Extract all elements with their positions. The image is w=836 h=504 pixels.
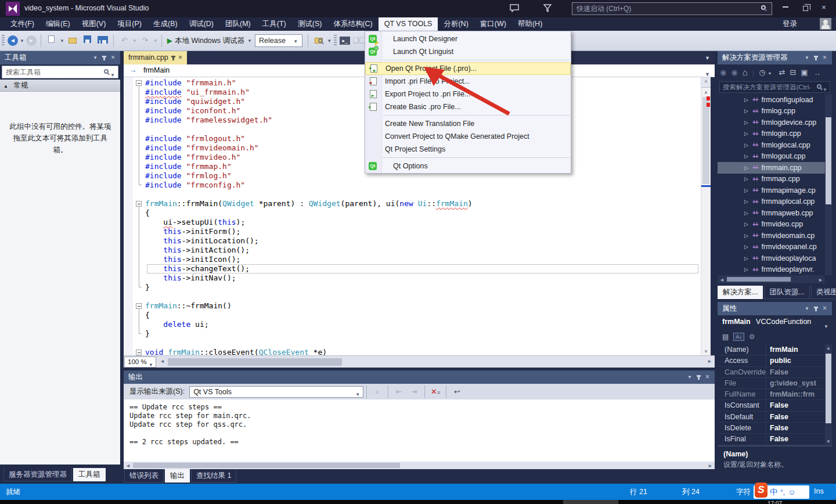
code-line[interactable]: delete ui; [124,320,701,329]
output-dropdown-icon[interactable]: ▼ [687,370,692,384]
sign-in-link[interactable]: 登录 [783,17,797,31]
code-line[interactable]: #include "frmconfig.h" [124,181,701,190]
solution-search-input[interactable]: 搜索解决方案资源管理器(Ctrl- ▼ [719,81,830,93]
toolbox-pin-icon[interactable] [103,56,105,60]
qt-menu-item[interactable]: Create Basic .pro File... [365,100,571,113]
dock-tab[interactable]: 查找结果 1 [191,469,236,483]
debugger-dropdown[interactable]: ▼ [247,38,252,44]
alphabetical-icon[interactable]: A↓ [733,333,744,341]
property-row[interactable]: IsDefaultFalse [718,412,825,423]
ime-emoji-icon[interactable]: ☺ [788,488,795,496]
dock-tab[interactable]: 服务器资源管理器 [3,468,72,481]
toolbox-group-header[interactable]: ▲ 常规 [0,80,120,92]
comment-icon[interactable]: ❑❑ [352,34,365,47]
menu-item[interactable]: 分析(N) [438,17,474,31]
code-line[interactable]: { [124,311,701,320]
code-line[interactable]: this->initNav(); [124,273,701,283]
qt-menu-item[interactable]: QtLaunch Qt Linguist [365,45,571,58]
properties-object-row[interactable]: frmMain VCCodeFunction ▼ [718,315,832,329]
file-item[interactable]: ▷++frmmaplocal.cpp [718,196,825,208]
categorized-icon[interactable]: ▤ [722,333,729,341]
expand-icon[interactable]: ▷ [744,221,748,227]
scroll-down-icon[interactable]: ▼ [701,349,711,354]
expand-icon[interactable]: ▷ [744,97,748,103]
close-button[interactable]: × [815,0,833,15]
hscroll-left-icon[interactable]: ◄ [160,358,165,364]
se-pin-icon[interactable] [815,56,817,60]
menu-item[interactable]: QT VS TOOLS [379,17,438,31]
property-row[interactable]: Fileg:\video_syst [718,378,825,389]
output-log[interactable]: == Update rcc steps ==Update rcc step fo… [124,399,715,462]
ime-toolbar[interactable]: S 中 °, ☺ [754,485,809,499]
se-vertical-scrollbar[interactable] [825,94,832,275]
code-line[interactable]: this->initAction(); [124,246,701,255]
debugger-label[interactable]: 本地 Windows 调试器 [175,36,244,46]
property-pages-icon[interactable]: ⚙ [749,333,755,341]
code-line[interactable]: this->initIcon(); [124,255,701,264]
sogou-logo-icon[interactable]: S [755,483,767,498]
tab-pin-icon[interactable] [172,56,174,60]
code-line[interactable]: frmMain::~frmMain() [124,301,701,311]
expand-icon[interactable]: ▷ [744,108,748,114]
prop-dropdown-icon[interactable]: ▼ [805,302,809,315]
prop-vertical-scrollbar[interactable]: ▲ ▼ [825,344,832,445]
minimize-button[interactable] [777,0,794,15]
start-debug-icon[interactable]: ▶ [167,37,172,45]
code-line[interactable] [124,190,701,199]
menu-item[interactable]: 编辑(E) [40,17,76,31]
hscroll-right-icon[interactable]: ► [818,277,823,283]
code-line[interactable]: this->initForm(); [124,227,701,236]
hscroll-right-icon[interactable]: ► [707,358,712,364]
redo-icon[interactable]: ↷ [139,34,152,47]
expand-icon[interactable]: ▷ [744,165,748,171]
overflow-icon[interactable]: ‥ [815,68,820,77]
code-line[interactable]: void frmMain::closeEvent(QCloseEvent *e) [124,348,701,355]
se-forward-icon[interactable]: ◉ [731,68,737,77]
menu-item[interactable]: 调试(D) [183,17,219,31]
home-icon[interactable]: ⌂ [743,67,748,77]
feedback-icon[interactable] [510,4,519,12]
scrollbar-thumb[interactable] [702,97,709,184]
find-in-files-icon[interactable] [312,34,325,47]
splitter-handle[interactable]: ≡ [701,77,711,88]
code-line[interactable]: this->initLocation(); [124,236,701,246]
menu-item[interactable]: 生成(B) [147,17,183,31]
scrollbar-thumb[interactable] [826,117,831,204]
hscroll-thumb[interactable] [168,358,342,366]
code-line[interactable]: } [124,329,701,339]
find-message-icon[interactable]: ⌕ [371,386,384,398]
refresh-icon[interactable]: ⇄ [779,68,785,77]
hscroll-thumb[interactable] [727,277,791,282]
find-dropdown[interactable]: ▼ [327,38,331,44]
file-item[interactable]: ▷++frmvideo.cpp [718,219,825,231]
open-file-icon[interactable] [66,34,79,47]
qt-menu-item[interactable]: Convert Project to QMake Generated Proje… [365,130,571,143]
qt-menu-item[interactable]: Export Project to .pri File... [365,88,571,100]
qt-menu-item[interactable]: Import .pri File to Project... [365,75,571,88]
hscroll-left-icon[interactable]: ◄ [719,277,725,283]
tab-list-dropdown[interactable]: ▼ [705,55,710,61]
fold-toggle-icon[interactable] [136,350,142,355]
navigate-forward-icon[interactable]: ► [26,35,37,46]
expand-icon[interactable]: ▷ [744,131,748,136]
output-close-icon[interactable]: × [705,370,709,384]
menu-item[interactable]: 视图(V) [76,17,112,31]
code-line[interactable] [124,339,701,348]
hscroll-thumb[interactable] [133,463,400,468]
code-line[interactable] [124,292,701,301]
file-item[interactable]: ▷++frmlogin.cpp [718,128,825,140]
hscroll-left-icon[interactable]: ◄ [125,463,131,469]
qt-menu-item[interactable]: Qt Project Settings [365,143,571,156]
property-row[interactable]: Accesspublic [718,355,825,366]
clear-all-icon[interactable]: ✕≡ [429,386,442,398]
menu-item[interactable]: 团队(M) [219,17,257,31]
file-item[interactable]: ▷++frmvideomain.cp [718,230,825,242]
new-file-dropdown[interactable]: ▼ [60,38,64,44]
navigate-back-dropdown[interactable]: ▼ [20,38,24,44]
configuration-select[interactable]: Release ▼ [255,34,302,47]
se-horizontal-scrollbar[interactable]: ◄ ► [718,275,825,283]
collapse-all-icon[interactable]: ⊟ [790,68,796,77]
prop-pin-icon[interactable] [815,307,817,311]
breadcrumb-scope[interactable]: frmMain [143,66,170,74]
menu-item[interactable]: 帮助(H) [512,17,548,31]
